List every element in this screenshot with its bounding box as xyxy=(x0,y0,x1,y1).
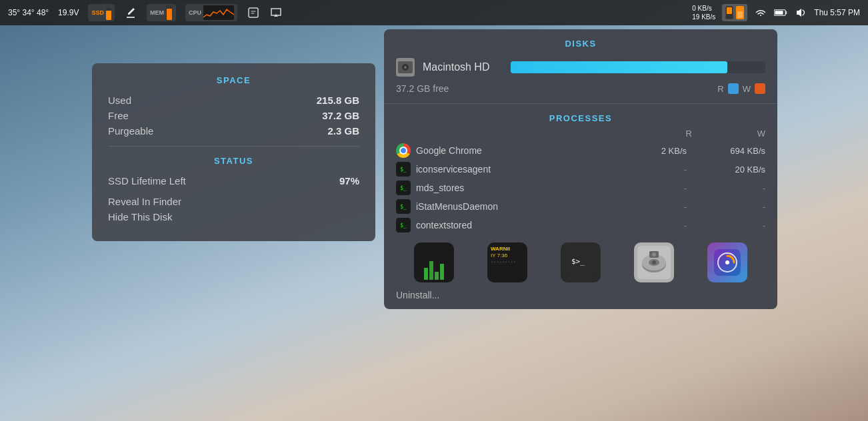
mem-graph xyxy=(166,5,173,20)
svg-point-17 xyxy=(404,66,407,69)
svg-point-29 xyxy=(725,260,729,264)
process-row-mds: $_ mds_stores - - xyxy=(384,179,777,197)
mem-label: MEM xyxy=(150,9,164,16)
process-name-contextstored: contextstored xyxy=(416,220,608,230)
ssd-mini-icon xyxy=(725,5,734,20)
process-r-iconservices: - xyxy=(613,165,687,175)
process-w-iconservices: 20 KB/s xyxy=(692,165,765,175)
ssd-indicator[interactable]: SSD xyxy=(88,4,115,21)
read-dot xyxy=(728,83,739,94)
process-r-mds: - xyxy=(613,183,687,193)
activity-monitor-button[interactable] xyxy=(414,242,454,282)
disk-utility-button[interactable] xyxy=(634,242,674,282)
cpu-indicator[interactable]: CPU xyxy=(185,4,237,21)
reveal-in-finder-link[interactable]: Reveal In Finder xyxy=(108,196,359,207)
disk-name: Macintosh HD xyxy=(423,61,503,73)
proc-header-r: R xyxy=(619,129,692,139)
svg-rect-10 xyxy=(737,11,743,18)
process-w-mds: - xyxy=(692,183,765,193)
space-free-label: Free xyxy=(108,110,129,121)
svg-point-24 xyxy=(652,260,656,264)
ssd-bar2 xyxy=(735,5,745,20)
process-row-istatdaemon: $_ iStatMenusDaemon - - xyxy=(384,197,777,216)
disk-free-text: 37.2 GB free xyxy=(396,83,449,94)
menubar-left: 35° 34° 48° 19.9V SSD MEM xyxy=(8,4,692,21)
chrome-icon xyxy=(396,143,411,158)
volume-icon[interactable] xyxy=(794,6,807,19)
ssd-lifetime-value: 97% xyxy=(339,175,359,187)
console-warning-text: WARNII xyxy=(491,246,510,252)
disk-progress-container xyxy=(511,61,765,73)
battery-icon[interactable] xyxy=(774,6,787,19)
menubar: 35° 34° 48° 19.9V SSD MEM xyxy=(0,0,868,25)
process-name-chrome: Google Chrome xyxy=(416,145,608,156)
chrome-app-icon xyxy=(396,143,411,158)
uninstall-row: Uninstall... xyxy=(384,285,777,302)
w-label: W xyxy=(743,84,751,94)
process-w-contextstored: - xyxy=(692,220,765,230)
istat-menubar-icon[interactable] xyxy=(722,4,747,21)
act-bar-4 xyxy=(440,264,444,280)
process-name-istatdaemon: iStatMenusDaemon xyxy=(416,201,608,212)
cpu-label: CPU xyxy=(189,9,201,16)
disk-progress-bar xyxy=(511,61,727,73)
process-row-iconservices: $_ iconservicesagent - 20 KB/s xyxy=(384,160,777,179)
act-bar-3 xyxy=(435,272,439,280)
process-name-iconservices: iconservicesagent xyxy=(416,164,608,175)
unknown-icon[interactable] xyxy=(247,6,260,19)
uninstall-link[interactable]: Uninstall... xyxy=(396,290,439,300)
processes-title: PROCESSES xyxy=(384,107,777,129)
disks-title: DISKS xyxy=(384,29,777,55)
space-used-label: Used xyxy=(108,95,131,106)
process-r-contextstored: - xyxy=(613,220,687,230)
space-used-value: 215.8 GB xyxy=(317,95,359,106)
disk-free-row: 37.2 GB free R W xyxy=(384,82,777,101)
space-free-value: 37.2 GB xyxy=(322,110,359,121)
ssd-label: SSD xyxy=(91,9,104,16)
memory-indicator[interactable]: MEM xyxy=(147,4,176,21)
svg-rect-12 xyxy=(785,11,787,14)
ssd-bar-icon xyxy=(106,5,111,20)
process-row-contextstored: $_ contextstored - - xyxy=(384,216,777,234)
r-label: R xyxy=(717,84,723,94)
hide-this-disk-link[interactable]: Hide This Disk xyxy=(108,211,359,222)
process-w-chrome: 694 KB/s xyxy=(692,146,765,156)
ssd-lifetime-row: SSD Lifetime Left 97% xyxy=(108,175,359,187)
mds-icon: $_ xyxy=(396,181,411,195)
istat-main-panel: DISKS Macintosh HD 37.2 GB free R W PROC… xyxy=(384,29,777,309)
divider-1 xyxy=(108,146,359,147)
console-lines: --------- xyxy=(491,259,516,264)
disk-rw-icons: R W xyxy=(717,83,765,94)
svg-rect-5 xyxy=(203,5,234,20)
space-used-row: Used 215.8 GB xyxy=(108,95,359,106)
macintosh-hd-row: Macintosh HD xyxy=(384,55,777,82)
console-button[interactable]: WARNII IY 7:36 --------- xyxy=(487,242,527,282)
svg-rect-13 xyxy=(775,11,783,15)
terminal-svg: $>_ xyxy=(567,249,594,276)
processes-header: R W xyxy=(384,129,777,141)
act-bar-1 xyxy=(424,268,428,280)
process-row-chrome: Google Chrome 2 KB/s 694 KB/s xyxy=(384,141,777,160)
istat-menus-button[interactable] xyxy=(707,242,747,282)
pen-icon[interactable] xyxy=(124,6,137,19)
terminal-icon-1: $_ xyxy=(396,162,411,177)
terminal-icon-3: $_ xyxy=(396,199,411,214)
voltage-reading: 19.9V xyxy=(58,8,79,17)
process-w-istatdaemon: - xyxy=(692,202,765,212)
airplay-icon[interactable] xyxy=(269,6,283,19)
wifi-icon[interactable] xyxy=(754,6,767,19)
write-dot xyxy=(755,83,765,94)
istatdaemon-icon: $_ xyxy=(396,199,411,214)
activity-bars xyxy=(424,258,444,280)
terminal-button[interactable]: $>_ xyxy=(561,242,601,282)
space-purgeable-row: Purgeable 2.3 GB xyxy=(108,125,359,137)
space-purgeable-value: 2.3 GB xyxy=(327,125,359,137)
process-r-chrome: 2 KB/s xyxy=(613,146,687,156)
iconservices-icon: $_ xyxy=(396,162,411,177)
console-time: IY 7:36 xyxy=(491,252,507,258)
svg-rect-8 xyxy=(727,7,732,14)
istat-svg xyxy=(714,249,741,276)
disk-utility-svg xyxy=(637,246,671,279)
network-speeds: 0 KB/s 19 KB/s xyxy=(692,4,715,21)
sensor-temps[interactable]: 35° 34° 48° xyxy=(8,8,49,17)
